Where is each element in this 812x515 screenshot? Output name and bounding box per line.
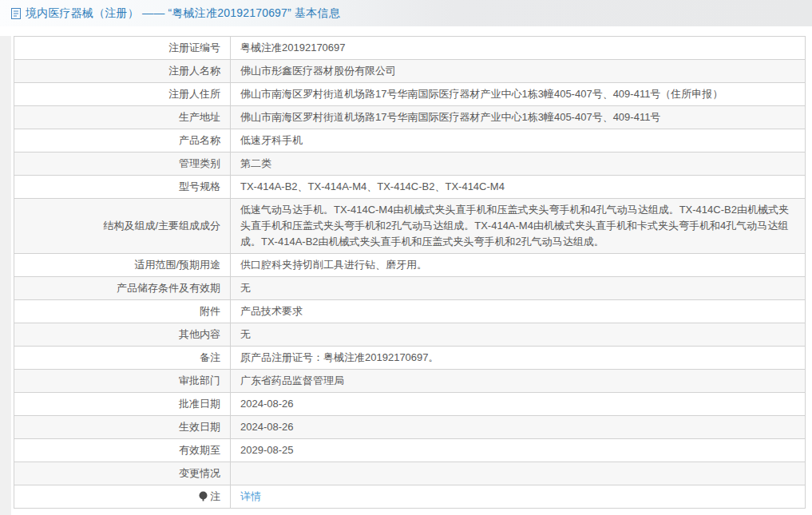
row-value-note: 详情 [231, 485, 806, 509]
table-row: 批准日期2024-08-26 [14, 393, 806, 416]
speech-balloon-icon [199, 491, 208, 502]
row-value: 粤械注准20192170697 [231, 37, 806, 60]
row-value: 佛山市南海区罗村街道机场路17号华南国际医疗器材产业中心1栋3幢405-407号… [231, 83, 806, 106]
row-value: 原产品注册证号：粤械注准20192170697。 [231, 347, 806, 370]
table-row: 审批部门广东省药品监督管理局 [14, 370, 806, 393]
row-label: 产品名称 [14, 129, 231, 153]
row-value: 广东省药品监督管理局 [231, 370, 806, 393]
row-value: 产品技术要求 [231, 300, 806, 323]
row-label: 结构及组成/主要组成成分 [14, 199, 231, 254]
table-row: 注册人名称佛山市彤鑫医疗器材股份有限公司 [14, 60, 806, 83]
row-value: 佛山市彤鑫医疗器材股份有限公司 [231, 60, 806, 83]
table-row: 注册证编号粤械注准20192170697 [14, 37, 806, 60]
row-label: 变更情况 [14, 462, 231, 485]
row-value: 2029-08-25 [231, 439, 806, 462]
table-row: 有效期至2029-08-25 [14, 439, 806, 462]
row-label: 适用范围/预期用途 [14, 254, 231, 277]
row-label: 附件 [14, 300, 231, 323]
table-row: 适用范围/预期用途供口腔科夹持切削工具进行钻、磨牙用。 [14, 254, 806, 277]
row-label: 型号规格 [14, 176, 231, 199]
row-value [231, 462, 806, 485]
row-value: 第二类 [231, 153, 806, 176]
table-row: 生产地址佛山市南海区罗村街道机场路17号华南国际医疗器材产业中心1栋3幢405-… [14, 106, 806, 129]
details-link[interactable]: 详情 [240, 490, 261, 502]
row-value: 佛山市南海区罗村街道机场路17号华南国际医疗器材产业中心1栋3幢405-407号… [231, 106, 806, 129]
table-row: 注册人住所佛山市南海区罗村街道机场路17号华南国际医疗器材产业中心1栋3幢405… [14, 83, 806, 106]
row-label: 备注 [14, 347, 231, 370]
table-row: 型号规格TX-414A-B2、TX-414A-M4、TX-414C-B2、TX-… [14, 176, 806, 199]
table-row: 变更情况 [14, 462, 806, 485]
table-row: 附件产品技术要求 [14, 300, 806, 323]
row-label-note: 注 [14, 485, 231, 509]
row-label: 审批部门 [14, 370, 231, 393]
table-row: 产品储存条件及有效期无 [14, 277, 806, 300]
row-value: 2024-08-26 [231, 393, 806, 416]
row-value: 供口腔科夹持切削工具进行钻、磨牙用。 [231, 254, 806, 277]
row-label: 批准日期 [14, 393, 231, 416]
table-row: 备注原产品注册证号：粤械注准20192170697。 [14, 347, 806, 370]
content-area: 注册证编号粤械注准20192170697 注册人名称佛山市彤鑫医疗器材股份有限公… [0, 36, 812, 515]
table-row: 注 详情 [14, 485, 806, 509]
row-value: 低速气动马达手机。TX-414C-M4由机械式夹头直手机和压盖式夹头弯手机和4孔… [231, 199, 806, 254]
table-row: 管理类别第二类 [14, 153, 806, 176]
table-row: 结构及组成/主要组成成分低速气动马达手机。TX-414C-M4由机械式夹头直手机… [14, 199, 806, 254]
row-label: 注册人名称 [14, 60, 231, 83]
row-value: 低速牙科手机 [231, 129, 806, 153]
left-margin-rail [0, 36, 11, 515]
row-label: 其他内容 [14, 323, 231, 347]
page-title: 境内医疗器械（注册） —— “粤械注准20192170697” 基本信息 [26, 6, 340, 21]
table-row: 其他内容无 [14, 323, 806, 347]
row-label: 产品储存条件及有效期 [14, 277, 231, 300]
document-icon [10, 7, 22, 20]
row-value: 无 [231, 277, 806, 300]
row-value: 2024-08-26 [231, 416, 806, 439]
row-label: 生产地址 [14, 106, 231, 129]
row-label: 生效日期 [14, 416, 231, 439]
row-label: 管理类别 [14, 153, 231, 176]
table-row: 生效日期2024-08-26 [14, 416, 806, 439]
page-header: 境内医疗器械（注册） —— “粤械注准20192170697” 基本信息 [0, 0, 812, 26]
row-label: 注册人住所 [14, 83, 231, 106]
row-value: 无 [231, 323, 806, 347]
row-label: 有效期至 [14, 439, 231, 462]
registration-info-table: 注册证编号粤械注准20192170697 注册人名称佛山市彤鑫医疗器材股份有限公… [14, 36, 806, 509]
table-row: 产品名称低速牙科手机 [14, 129, 806, 153]
row-value: TX-414A-B2、TX-414A-M4、TX-414C-B2、TX-414C… [231, 176, 806, 199]
row-label: 注册证编号 [14, 37, 231, 60]
